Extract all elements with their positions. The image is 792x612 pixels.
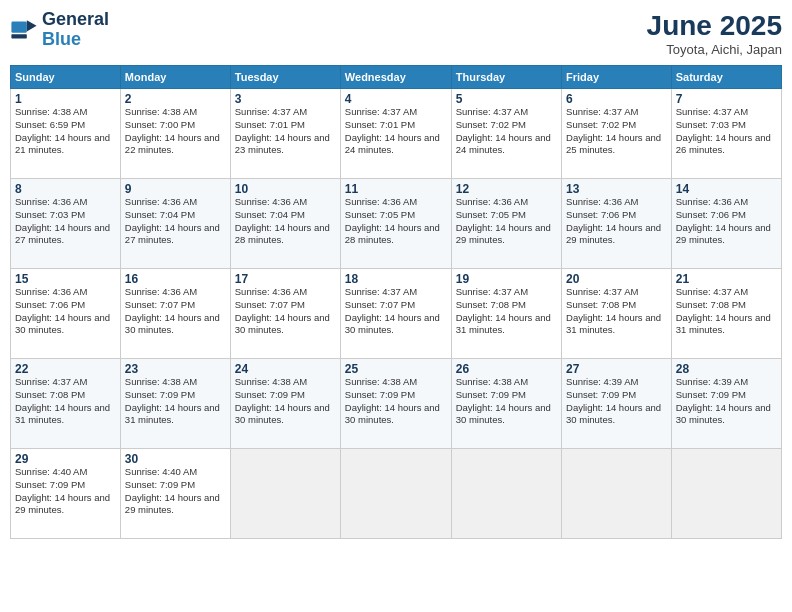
day-number: 30 — [125, 452, 226, 466]
day-info: Sunrise: 4:36 AMSunset: 7:06 PMDaylight:… — [676, 196, 777, 247]
svg-rect-0 — [11, 21, 26, 32]
calendar-week-row: 15Sunrise: 4:36 AMSunset: 7:06 PMDayligh… — [11, 269, 782, 359]
calendar-cell: 6Sunrise: 4:37 AMSunset: 7:02 PMDaylight… — [562, 89, 672, 179]
day-number: 13 — [566, 182, 667, 196]
logo-icon — [10, 16, 38, 44]
day-info: Sunrise: 4:37 AMSunset: 7:08 PMDaylight:… — [676, 286, 777, 337]
day-number: 21 — [676, 272, 777, 286]
day-number: 14 — [676, 182, 777, 196]
day-number: 16 — [125, 272, 226, 286]
day-number: 25 — [345, 362, 447, 376]
day-info: Sunrise: 4:36 AMSunset: 7:06 PMDaylight:… — [566, 196, 667, 247]
header-sunday: Sunday — [11, 66, 121, 89]
header: General Blue June 2025 Toyota, Aichi, Ja… — [10, 10, 782, 57]
calendar-week-row: 29Sunrise: 4:40 AMSunset: 7:09 PMDayligh… — [11, 449, 782, 539]
calendar-cell: 10Sunrise: 4:36 AMSunset: 7:04 PMDayligh… — [230, 179, 340, 269]
calendar-cell: 9Sunrise: 4:36 AMSunset: 7:04 PMDaylight… — [120, 179, 230, 269]
header-saturday: Saturday — [671, 66, 781, 89]
day-number: 1 — [15, 92, 116, 106]
day-number: 12 — [456, 182, 557, 196]
calendar-header-row: Sunday Monday Tuesday Wednesday Thursday… — [11, 66, 782, 89]
calendar-cell: 25Sunrise: 4:38 AMSunset: 7:09 PMDayligh… — [340, 359, 451, 449]
day-number: 15 — [15, 272, 116, 286]
calendar-cell: 22Sunrise: 4:37 AMSunset: 7:08 PMDayligh… — [11, 359, 121, 449]
calendar-cell: 19Sunrise: 4:37 AMSunset: 7:08 PMDayligh… — [451, 269, 561, 359]
day-info: Sunrise: 4:37 AMSunset: 7:08 PMDaylight:… — [15, 376, 116, 427]
calendar-cell: 4Sunrise: 4:37 AMSunset: 7:01 PMDaylight… — [340, 89, 451, 179]
day-number: 9 — [125, 182, 226, 196]
day-info: Sunrise: 4:36 AMSunset: 7:04 PMDaylight:… — [125, 196, 226, 247]
svg-marker-1 — [27, 20, 37, 31]
day-number: 6 — [566, 92, 667, 106]
day-info: Sunrise: 4:38 AMSunset: 6:59 PMDaylight:… — [15, 106, 116, 157]
calendar-cell: 5Sunrise: 4:37 AMSunset: 7:02 PMDaylight… — [451, 89, 561, 179]
day-info: Sunrise: 4:37 AMSunset: 7:08 PMDaylight:… — [456, 286, 557, 337]
location-subtitle: Toyota, Aichi, Japan — [647, 42, 782, 57]
day-number: 10 — [235, 182, 336, 196]
day-info: Sunrise: 4:37 AMSunset: 7:08 PMDaylight:… — [566, 286, 667, 337]
day-number: 7 — [676, 92, 777, 106]
calendar-cell: 23Sunrise: 4:38 AMSunset: 7:09 PMDayligh… — [120, 359, 230, 449]
calendar-cell: 2Sunrise: 4:38 AMSunset: 7:00 PMDaylight… — [120, 89, 230, 179]
logo-text: General Blue — [42, 10, 109, 50]
calendar-cell: 27Sunrise: 4:39 AMSunset: 7:09 PMDayligh… — [562, 359, 672, 449]
day-number: 4 — [345, 92, 447, 106]
calendar-cell — [340, 449, 451, 539]
calendar-cell: 24Sunrise: 4:38 AMSunset: 7:09 PMDayligh… — [230, 359, 340, 449]
day-number: 23 — [125, 362, 226, 376]
page: General Blue June 2025 Toyota, Aichi, Ja… — [0, 0, 792, 612]
day-info: Sunrise: 4:36 AMSunset: 7:04 PMDaylight:… — [235, 196, 336, 247]
day-number: 2 — [125, 92, 226, 106]
header-thursday: Thursday — [451, 66, 561, 89]
calendar-cell — [562, 449, 672, 539]
calendar-cell: 29Sunrise: 4:40 AMSunset: 7:09 PMDayligh… — [11, 449, 121, 539]
calendar-cell: 13Sunrise: 4:36 AMSunset: 7:06 PMDayligh… — [562, 179, 672, 269]
header-tuesday: Tuesday — [230, 66, 340, 89]
day-info: Sunrise: 4:38 AMSunset: 7:09 PMDaylight:… — [235, 376, 336, 427]
day-info: Sunrise: 4:39 AMSunset: 7:09 PMDaylight:… — [676, 376, 777, 427]
day-info: Sunrise: 4:37 AMSunset: 7:03 PMDaylight:… — [676, 106, 777, 157]
day-info: Sunrise: 4:37 AMSunset: 7:01 PMDaylight:… — [345, 106, 447, 157]
calendar-cell: 18Sunrise: 4:37 AMSunset: 7:07 PMDayligh… — [340, 269, 451, 359]
day-info: Sunrise: 4:38 AMSunset: 7:09 PMDaylight:… — [125, 376, 226, 427]
calendar-cell: 7Sunrise: 4:37 AMSunset: 7:03 PMDaylight… — [671, 89, 781, 179]
day-info: Sunrise: 4:38 AMSunset: 7:09 PMDaylight:… — [456, 376, 557, 427]
day-info: Sunrise: 4:36 AMSunset: 7:05 PMDaylight:… — [456, 196, 557, 247]
day-number: 27 — [566, 362, 667, 376]
header-wednesday: Wednesday — [340, 66, 451, 89]
month-title: June 2025 — [647, 10, 782, 42]
day-number: 17 — [235, 272, 336, 286]
calendar-cell: 12Sunrise: 4:36 AMSunset: 7:05 PMDayligh… — [451, 179, 561, 269]
calendar-week-row: 8Sunrise: 4:36 AMSunset: 7:03 PMDaylight… — [11, 179, 782, 269]
calendar-table: Sunday Monday Tuesday Wednesday Thursday… — [10, 65, 782, 539]
day-info: Sunrise: 4:37 AMSunset: 7:07 PMDaylight:… — [345, 286, 447, 337]
calendar-cell — [671, 449, 781, 539]
day-info: Sunrise: 4:40 AMSunset: 7:09 PMDaylight:… — [15, 466, 116, 517]
day-number: 3 — [235, 92, 336, 106]
logo-line1: General — [42, 10, 109, 30]
header-friday: Friday — [562, 66, 672, 89]
calendar-cell — [451, 449, 561, 539]
calendar-cell: 14Sunrise: 4:36 AMSunset: 7:06 PMDayligh… — [671, 179, 781, 269]
day-info: Sunrise: 4:39 AMSunset: 7:09 PMDaylight:… — [566, 376, 667, 427]
day-number: 8 — [15, 182, 116, 196]
day-number: 5 — [456, 92, 557, 106]
logo: General Blue — [10, 10, 109, 50]
logo-line2: Blue — [42, 30, 109, 50]
day-number: 28 — [676, 362, 777, 376]
calendar-cell: 15Sunrise: 4:36 AMSunset: 7:06 PMDayligh… — [11, 269, 121, 359]
day-info: Sunrise: 4:36 AMSunset: 7:07 PMDaylight:… — [125, 286, 226, 337]
calendar-week-row: 22Sunrise: 4:37 AMSunset: 7:08 PMDayligh… — [11, 359, 782, 449]
calendar-week-row: 1Sunrise: 4:38 AMSunset: 6:59 PMDaylight… — [11, 89, 782, 179]
day-number: 26 — [456, 362, 557, 376]
day-number: 24 — [235, 362, 336, 376]
calendar-cell: 17Sunrise: 4:36 AMSunset: 7:07 PMDayligh… — [230, 269, 340, 359]
calendar-cell: 30Sunrise: 4:40 AMSunset: 7:09 PMDayligh… — [120, 449, 230, 539]
day-info: Sunrise: 4:40 AMSunset: 7:09 PMDaylight:… — [125, 466, 226, 517]
calendar-cell: 1Sunrise: 4:38 AMSunset: 6:59 PMDaylight… — [11, 89, 121, 179]
svg-rect-2 — [11, 34, 26, 38]
day-number: 11 — [345, 182, 447, 196]
calendar-cell — [230, 449, 340, 539]
day-info: Sunrise: 4:37 AMSunset: 7:02 PMDaylight:… — [566, 106, 667, 157]
header-monday: Monday — [120, 66, 230, 89]
